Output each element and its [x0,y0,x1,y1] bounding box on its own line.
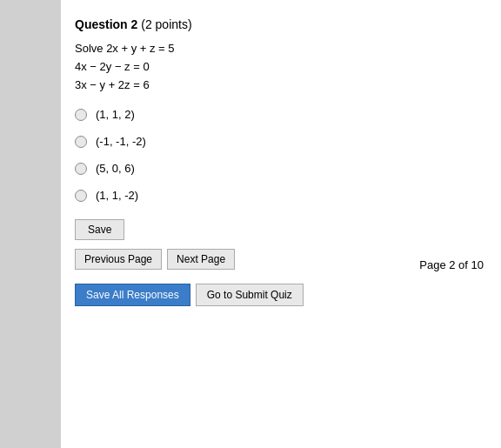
save-all-responses-button[interactable]: Save All Responses [75,284,190,306]
option-text-3: (5, 0, 6) [96,162,135,175]
equation-block: Solve 2x + y + z = 5 4x − 2y − z = 0 3x … [75,40,484,94]
left-sidebar [0,0,61,448]
radio-3[interactable] [75,163,87,175]
save-button[interactable]: Save [75,219,124,240]
option-text-2: (-1, -1, -2) [96,135,146,148]
question-points: (2 points) [141,17,191,31]
page-indicator: Page 2 of 10 [419,258,484,271]
bottom-buttons: Save All Responses Go to Submit Quiz [75,284,484,306]
answer-option-2[interactable]: (-1, -1, -2) [75,135,484,148]
next-page-button[interactable]: Next Page [167,249,235,270]
equation-line-3: 3x − y + 2z = 6 [75,77,484,95]
answer-option-1[interactable]: (1, 1, 2) [75,108,484,121]
answer-options: (1, 1, 2) (-1, -1, -2) (5, 0, 6) (1, 1, … [75,108,484,202]
option-text-4: (1, 1, -2) [96,189,138,202]
radio-4[interactable] [75,190,87,202]
option-text-1: (1, 1, 2) [96,108,135,121]
go-to-submit-quiz-button[interactable]: Go to Submit Quiz [196,284,304,306]
previous-page-button[interactable]: Previous Page [75,249,162,270]
main-content: Question 2 (2 points) Solve 2x + y + z =… [61,0,501,448]
radio-1[interactable] [75,109,87,121]
equation-line-1: Solve 2x + y + z = 5 [75,40,484,58]
radio-2[interactable] [75,136,87,148]
answer-option-4[interactable]: (1, 1, -2) [75,189,484,202]
equation-line-2: 4x − 2y − z = 0 [75,58,484,77]
question-number: Question 2 [75,17,137,31]
question-title: Question 2 (2 points) [75,17,484,31]
answer-option-3[interactable]: (5, 0, 6) [75,162,484,175]
